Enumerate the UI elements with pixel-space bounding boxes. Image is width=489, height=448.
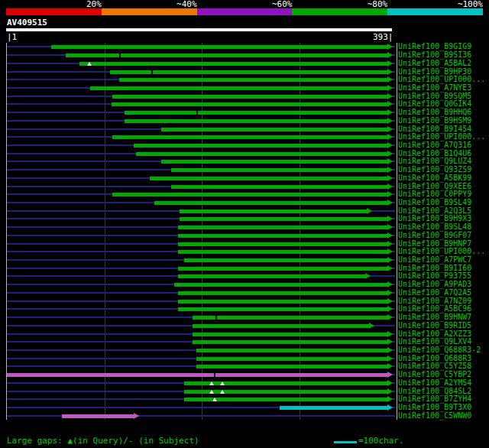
- alignment-bar[interactable]: [178, 274, 365, 278]
- subject-gap-marker-icon: [119, 54, 121, 57]
- alignment-bar[interactable]: [7, 373, 387, 377]
- hit-label[interactable]: UniRef100_B9GF07: [398, 232, 489, 240]
- hit-label[interactable]: UniRef100_B9T3X0: [398, 404, 489, 412]
- alignment-bar[interactable]: [161, 128, 387, 131]
- alignment-bar[interactable]: [178, 267, 387, 271]
- query-gap-marker-icon: [220, 381, 225, 385]
- hit-label[interactable]: UniRef100_A9PAD3: [398, 281, 489, 289]
- hit-label[interactable]: UniRef100_A7Q2A5: [398, 289, 489, 297]
- hit-label[interactable]: UniRef100_B9RID5: [398, 321, 489, 330]
- hit-label[interactable]: UniRef100_B9SL48: [398, 223, 489, 232]
- alignment-row: [7, 116, 397, 125]
- hit-label[interactable]: UniRef100_Q93ZS9: [398, 166, 489, 174]
- alignment-bar[interactable]: [90, 86, 387, 90]
- alignment-bar[interactable]: [196, 349, 387, 352]
- query-gap-marker-icon: [87, 62, 92, 66]
- hit-label[interactable]: UniRef100_C5WNW0: [398, 411, 489, 420]
- alignment-row: [7, 411, 397, 420]
- hit-label[interactable]: UniRef100_A5BK99: [398, 174, 489, 183]
- query-gap-marker-icon: [220, 390, 225, 394]
- alignment-bar[interactable]: [150, 177, 387, 180]
- alignment-bar[interactable]: [174, 283, 387, 287]
- alignment-row: [7, 281, 397, 289]
- alignment-bar[interactable]: [112, 95, 387, 99]
- hit-label[interactable]: UniRef100_A5BAL2: [398, 59, 489, 67]
- alignment-arrowhead-icon: [387, 175, 393, 181]
- alignment-bar[interactable]: [184, 381, 387, 385]
- alignment-arrowhead-icon: [387, 85, 393, 91]
- alignment-bar[interactable]: [193, 333, 387, 336]
- alignment-bar[interactable]: [119, 78, 387, 82]
- alignment-arrowhead-icon: [365, 273, 371, 279]
- alignment-arrowhead-icon: [367, 208, 372, 214]
- alignment-arrowhead-icon: [387, 265, 393, 271]
- hit-label[interactable]: UniRef100_B9HSM9: [398, 116, 489, 125]
- alignment-bar[interactable]: [178, 291, 387, 295]
- alignment-row: [7, 289, 397, 297]
- alignment-bar[interactable]: [178, 307, 387, 311]
- alignment-row: [7, 256, 397, 265]
- hit-label[interactable]: UniRef100_A7NYE3: [398, 84, 489, 93]
- alignment-row: [7, 313, 397, 322]
- alignment-arrowhead-icon: [387, 241, 393, 247]
- alignment-bar[interactable]: [178, 300, 387, 304]
- alignment-bar[interactable]: [171, 168, 387, 172]
- identity-scale-labels: 20%~40%~60%~80%~100%: [6, 0, 483, 8]
- alignment-arrowhead-icon: [387, 232, 393, 239]
- alignment-bar[interactable]: [112, 193, 387, 196]
- alignment-bar[interactable]: [51, 45, 387, 49]
- hit-label[interactable]: UniRef100_B9HHQ6: [398, 109, 489, 117]
- hit-label[interactable]: UniRef100_B9SL49: [398, 199, 489, 207]
- alignment-bar[interactable]: [112, 135, 387, 139]
- alignment-bar[interactable]: [154, 201, 387, 205]
- alignment-row: [7, 84, 397, 93]
- alignment-bar[interactable]: [125, 119, 387, 123]
- alignment-bar[interactable]: [161, 160, 387, 164]
- hit-label[interactable]: UniRef100_Q9LXV4: [398, 338, 489, 346]
- alignment-bar[interactable]: [193, 324, 369, 328]
- alignment-row: [7, 354, 397, 362]
- alignment-bar[interactable]: [196, 357, 387, 361]
- hit-label[interactable]: UniRef100_A7Q316: [398, 141, 489, 150]
- alignment-arrowhead-icon: [387, 200, 393, 206]
- alignment-bar[interactable]: [193, 316, 387, 320]
- alignment-bar[interactable]: [280, 406, 387, 410]
- hit-label[interactable]: UniRef100_B9HNW7: [398, 313, 489, 322]
- alignment-bar[interactable]: [134, 144, 387, 148]
- alignment-bar[interactable]: [193, 340, 387, 344]
- alignment-bar[interactable]: [184, 390, 387, 394]
- alignment-bar[interactable]: [66, 54, 387, 57]
- alignment-arrowhead-icon: [134, 413, 139, 419]
- alignment-bar[interactable]: [178, 250, 387, 254]
- hit-label[interactable]: UniRef100_A2YMS4: [398, 378, 489, 387]
- hit-label[interactable]: UniRef100_A7PWC7: [398, 256, 489, 265]
- hit-label[interactable]: UniRef100_B9SI36: [398, 51, 489, 60]
- alignment-bar[interactable]: [178, 242, 387, 246]
- alignment-row: [7, 330, 397, 338]
- alignment-arrowhead-icon: [387, 76, 393, 83]
- hit-label[interactable]: UniRef100_Q688R3-2: [398, 346, 489, 355]
- alignment-bar[interactable]: [184, 258, 387, 262]
- alignment-bar[interactable]: [171, 185, 387, 189]
- alignment-bar[interactable]: [136, 152, 387, 156]
- alignment-bar[interactable]: [196, 365, 387, 368]
- alignment-arrowhead-icon: [387, 44, 393, 50]
- alignment-row: [7, 166, 397, 174]
- subject-gap-marker-icon: [214, 373, 215, 377]
- alignment-bar[interactable]: [180, 217, 387, 221]
- scale-legend-line: [334, 441, 357, 443]
- alignment-row: [7, 346, 397, 355]
- alignment-row: [7, 297, 397, 305]
- alignment-bar[interactable]: [178, 226, 387, 229]
- alignment-row: [7, 157, 397, 166]
- alignment-arrowhead-icon: [387, 142, 393, 148]
- hit-label[interactable]: UniRef100_UPI000...: [398, 76, 489, 84]
- alignment-bar[interactable]: [112, 102, 387, 106]
- alignment-bar[interactable]: [180, 209, 367, 213]
- alignment-bar[interactable]: [125, 111, 387, 115]
- alignment-bar[interactable]: [79, 62, 387, 66]
- alignment-row: [7, 92, 397, 100]
- alignment-bar[interactable]: [62, 414, 134, 418]
- alignment-bar[interactable]: [178, 234, 387, 238]
- hit-label[interactable]: UniRef100_C5YBP2: [398, 371, 489, 379]
